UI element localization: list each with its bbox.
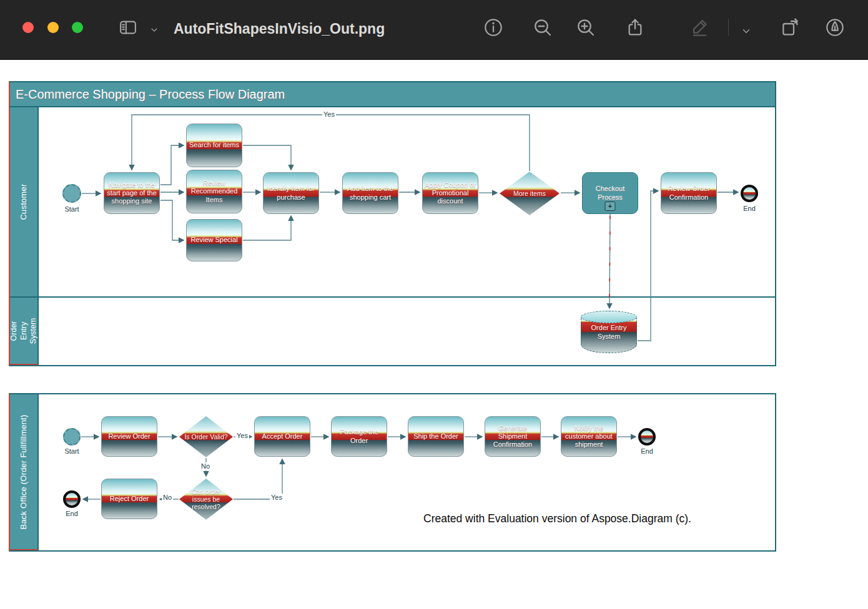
start-event-1 xyxy=(62,184,81,203)
preview-window: AutoFitShapesInVisio_Out.png E-Commerce … xyxy=(0,0,868,609)
node-review-order: Review Order xyxy=(101,416,157,457)
end-event-1 xyxy=(741,185,758,202)
cylinder-top xyxy=(581,311,637,323)
node-order-entry-db: Order Entry System xyxy=(581,311,637,353)
edge-label-resolve-yes: Yes xyxy=(270,494,284,502)
start-label-2: Start xyxy=(61,447,83,455)
end-label-3: End xyxy=(61,510,83,517)
edge-label-valid-no: No xyxy=(200,462,211,470)
end-label-2: End xyxy=(636,447,658,455)
node-package-order: Package the Order xyxy=(331,416,387,457)
edge-label-yes-loop: Yes xyxy=(322,110,336,119)
node-apply-coupon: Apply Coupon or Promotional discount xyxy=(422,172,478,214)
node-ship-order: Ship the Order xyxy=(408,416,464,457)
node-generate-confirmation: Generate Shipment Confirmation xyxy=(485,416,541,457)
cylinder-label: Order Entry System xyxy=(581,324,637,341)
subprocess-plus-marker: + xyxy=(605,202,616,211)
node-review-recommended: Review Recommended Items xyxy=(186,170,242,213)
edge-label-valid-yes: Yes xyxy=(235,432,249,440)
node-add-to-cart: Add item to the shopping cart xyxy=(342,172,398,214)
node-review-confirmation: Review Order Confirmation xyxy=(661,172,717,214)
node-navigate: Navigate to the start page of the shoppi… xyxy=(104,172,160,214)
node-review-special: Review Special xyxy=(186,219,242,261)
edge-label-resolve-no: No xyxy=(162,494,173,502)
checkout-label: Checkout Process xyxy=(584,185,636,201)
start-event-2 xyxy=(63,428,81,446)
node-search-items: Search for items xyxy=(186,124,242,167)
node-accept-order: Accept Order xyxy=(254,416,310,457)
node-identify-item: Identify Item for purchase xyxy=(263,172,319,214)
node-notify-customer: Notify the customer about shipment xyxy=(561,416,617,457)
end-event-2 xyxy=(638,428,656,446)
node-reject-order: Reject Order xyxy=(101,479,157,519)
end-label-1: End xyxy=(738,205,761,212)
start-label-1: Start xyxy=(59,205,84,213)
end-event-3 xyxy=(63,490,81,508)
evaluation-watermark: Created with Evaluation version of Aspos… xyxy=(423,512,691,525)
node-checkout-process: Checkout Process + xyxy=(582,172,638,214)
